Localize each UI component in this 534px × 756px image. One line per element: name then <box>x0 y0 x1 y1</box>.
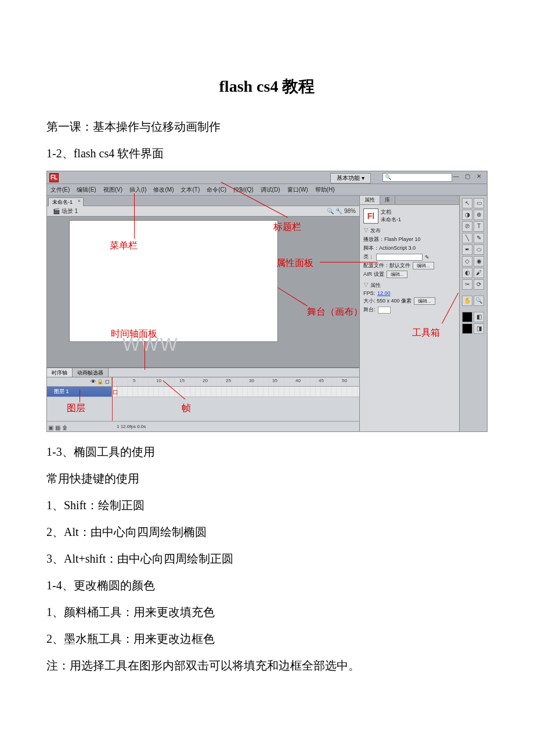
shortcut-item: 2、Alt：由中心向四周绘制椭圆 <box>46 520 488 543</box>
note-item: 注：用选择工具在图形内部双击可以将填充和边框全部选中。 <box>46 654 488 677</box>
menu-window[interactable]: 窗口(W) <box>287 186 308 194</box>
annotation-line <box>80 390 80 402</box>
pen-tool-icon[interactable]: ✒ <box>462 244 472 255</box>
tool-item: 2、墨水瓶工具：用来更改边框色 <box>46 627 488 650</box>
stroke-icon[interactable]: ◧ <box>474 312 484 322</box>
3d-tool-icon[interactable]: ⊕ <box>474 210 484 220</box>
fps-label: FPS: <box>363 290 375 296</box>
stage-bg-label: 舞台: <box>363 306 376 314</box>
props-tabrow: 属性 库 <box>360 196 459 205</box>
subselection-tool-icon[interactable]: ▭ <box>474 198 484 208</box>
pencil-icon[interactable]: ✎ <box>425 254 430 260</box>
doc-name-label: 未命名-1 <box>381 216 401 224</box>
titlebar: FL 基本功能 ▾ 🔍 — ▢ ✕ <box>47 171 487 184</box>
window-controls[interactable]: — ▢ ✕ <box>453 173 484 179</box>
layer-head-glyphs: 👁 🔒 ◻ <box>47 377 112 386</box>
stage-canvas[interactable] <box>69 220 278 342</box>
menu-help[interactable]: 帮助(H) <box>315 186 335 194</box>
zoom-tool-icon[interactable]: 🔍 <box>474 296 484 306</box>
shortcut-item: 1、Shift：绘制正圆 <box>46 494 488 517</box>
class-field[interactable] <box>376 254 423 261</box>
edit-profile-button[interactable]: 编辑... <box>413 262 434 269</box>
text-tool-icon[interactable]: T <box>474 221 484 232</box>
tick: 50 <box>342 378 347 383</box>
profile-label: 配置文件：默认文件 <box>363 262 410 269</box>
lasso-tool-icon[interactable]: ℗ <box>462 221 472 232</box>
search-input[interactable]: 🔍 <box>383 173 452 182</box>
menu-edit[interactable]: 编辑(E) <box>77 186 96 194</box>
fill-swatch[interactable] <box>462 323 472 334</box>
flash-screenshot: FL 基本功能 ▾ 🔍 — ▢ ✕ 文件(E) 编辑(E) 视图(V) 插入(I… <box>46 171 488 432</box>
tick: 5 <box>133 378 135 383</box>
hand-tool-icon[interactable]: ✋ <box>462 296 472 306</box>
toolbox: ↖ ▭ ◑ ⊕ ℗ T ╲ ✎ ✒ ⬭ ◇ ◉ ◐ 🖌 ✂ ⟳ ✋ 🔍 ◧ ◨ <box>459 196 487 431</box>
annotation-props: 属性面板 <box>276 257 313 269</box>
oval-tool-icon[interactable]: ⬭ <box>474 244 484 255</box>
timeline-tab-main[interactable]: 时序轴 <box>47 368 73 377</box>
brush-tool-icon[interactable]: 🖌 <box>474 268 484 278</box>
doc-icon: Fl <box>363 208 378 224</box>
menu-cmd[interactable]: 命令(C) <box>207 186 226 194</box>
pencil-tool-icon[interactable]: ✎ <box>474 233 484 243</box>
tick: 10 <box>156 378 161 383</box>
menubar: 文件(E) 编辑(E) 视图(V) 插入(I) 修改(M) 文本(T) 命令(C… <box>47 184 487 196</box>
annotation-line <box>134 193 135 239</box>
menu-modify[interactable]: 修改(M) <box>153 186 174 194</box>
deco-tool-icon[interactable]: ◉ <box>474 256 484 267</box>
doc-title: flash cs4 教程 <box>46 75 488 98</box>
selection-tool-icon[interactable]: ↖ <box>462 198 472 208</box>
timeline-tab-motion[interactable]: 动画帧选器 <box>73 368 109 377</box>
free-transform-tool-icon[interactable]: ◑ <box>462 210 472 220</box>
scene-bar: 🎬 场景 1 🔍 🔧 98% <box>47 206 360 217</box>
tool-item: 1、颜料桶工具：用来更改填充色 <box>46 600 488 624</box>
tick: 20 <box>203 378 208 383</box>
workspace-switcher[interactable]: 基本功能 ▾ <box>330 173 371 183</box>
frame-strip[interactable] <box>112 387 360 397</box>
keyframe-1[interactable] <box>112 387 117 397</box>
menu-view[interactable]: 视图(V) <box>103 186 122 194</box>
timeline-panel: 时序轴 动画帧选器 👁 🔒 ◻ 5 10 15 20 25 30 35 40 4… <box>47 368 360 431</box>
layer-add-icon[interactable]: ▣ ▦ 🗑 <box>48 424 68 431</box>
rect-tool-icon[interactable]: ◇ <box>462 256 472 267</box>
edit-size-button[interactable]: 编辑... <box>414 297 435 305</box>
tab-library[interactable]: 库 <box>380 196 395 204</box>
section-props[interactable]: 属性 <box>363 282 456 289</box>
tab-properties[interactable]: 属性 <box>360 196 380 204</box>
eyedrop-tool-icon[interactable]: ✂ <box>462 279 472 290</box>
air-label: AIR 设置 <box>363 271 384 278</box>
stroke-swatch[interactable] <box>462 312 472 322</box>
annotation-line <box>145 341 145 370</box>
tick: 30 <box>249 378 254 383</box>
section-1-2: 1-2、flash cs4 软件界面 <box>46 142 488 165</box>
fps-value[interactable]: 12.00 <box>377 290 391 296</box>
stage-wrap <box>47 217 360 368</box>
script-row: 脚本：ActionScript 3.0 <box>363 244 456 252</box>
timeline-head: 👁 🔒 ◻ 5 10 15 20 25 30 35 40 45 50 55 <box>47 377 360 387</box>
tick: 45 <box>319 378 324 383</box>
menu-insert[interactable]: 插入(I) <box>129 186 146 194</box>
section-publish[interactable]: 发布 <box>363 227 456 235</box>
shortcut-item: 3、Alt+shift：由中心向四周绘制正圆 <box>46 547 488 570</box>
fill-icon[interactable]: ◨ <box>474 323 484 334</box>
section-1-3: 1-3、椭圆工具的使用 <box>46 440 488 463</box>
playhead[interactable] <box>112 377 113 421</box>
annotation-toolbox: 工具箱 <box>412 327 440 339</box>
menu-file[interactable]: 文件(E) <box>50 186 70 194</box>
line-tool-icon[interactable]: ╲ <box>462 233 472 243</box>
layer-row[interactable]: 图层 1 <box>47 387 360 397</box>
lesson-heading: 第一课：基本操作与位移动画制作 <box>46 115 488 138</box>
annotation-frame: 帧 <box>182 402 191 415</box>
edit-air-button[interactable]: 编辑... <box>387 271 408 278</box>
eraser-tool-icon[interactable]: ⟳ <box>474 279 484 290</box>
timeline-tabs: 时序轴 动画帧选器 <box>47 368 360 377</box>
annotation-line <box>320 262 378 262</box>
zoom-control[interactable]: 🔍 🔧 98% <box>327 206 360 216</box>
props-body: Fl 文档 未命名-1 发布 播放器：Flash Player 10 脚本：Ac… <box>360 205 459 317</box>
menu-text[interactable]: 文本(T) <box>181 186 200 194</box>
tick: 40 <box>295 378 301 383</box>
bone-tool-icon[interactable]: ◐ <box>462 268 472 278</box>
frame-ruler[interactable]: 5 10 15 20 25 30 35 40 45 50 55 <box>112 377 360 386</box>
stage-bg-swatch[interactable] <box>378 307 391 314</box>
tick: 35 <box>272 378 277 383</box>
menu-debug[interactable]: 调试(D) <box>261 186 280 194</box>
